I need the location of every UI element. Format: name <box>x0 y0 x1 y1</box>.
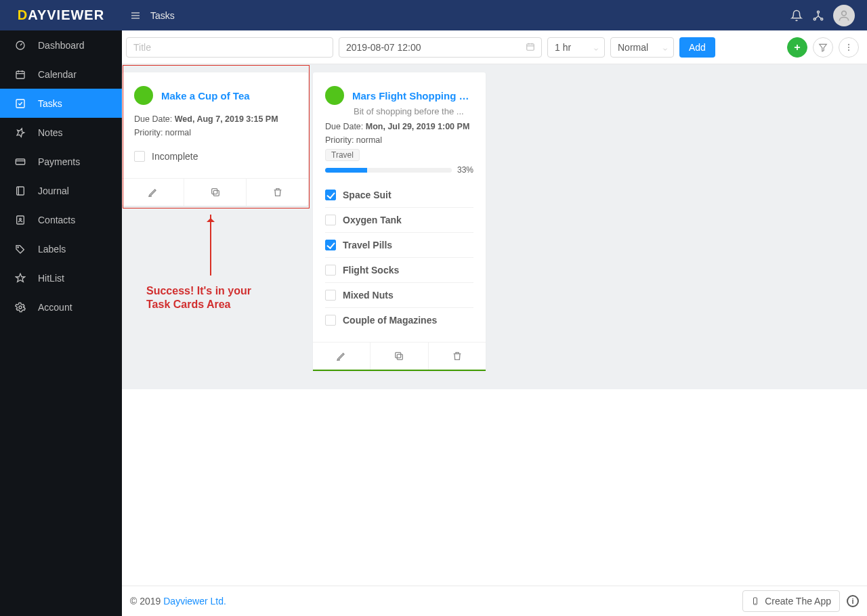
svg-rect-32 <box>213 190 219 196</box>
add-button[interactable]: Add <box>679 37 715 58</box>
due-date-line: Due Date: Wed, Aug 7, 2019 3:15 PM <box>122 112 308 125</box>
priority-line: Priority: normal <box>122 125 308 144</box>
contacts-icon <box>15 215 26 225</box>
checklist-item[interactable]: Flight Socks <box>325 258 473 283</box>
incomplete-row[interactable]: Incomplete <box>134 148 296 169</box>
copyright: © 2019 Dayviewer Ltd. <box>130 596 226 607</box>
task-card: Make a Cup of Tea Due Date: Wed, Aug 7, … <box>122 72 308 206</box>
title-input[interactable] <box>126 37 333 58</box>
checklist-label: Couple of Magazines <box>343 315 437 326</box>
menu-icon[interactable] <box>129 9 142 22</box>
svg-point-3 <box>818 11 820 13</box>
logo-prefix: D <box>18 7 28 23</box>
sidebar-item-label: Dashboard <box>38 40 85 51</box>
sidebar-item-payments[interactable]: Payments <box>0 147 122 176</box>
checklist-label: Space Suit <box>343 190 392 200</box>
annotation-text: Success! It's in yourTask Cards Area <box>146 284 251 311</box>
svg-marker-27 <box>820 44 827 51</box>
chevron-down-icon <box>662 44 669 55</box>
delete-button[interactable] <box>246 179 308 206</box>
checklist-label: Mixed Nuts <box>343 290 394 301</box>
checklist-label: Oxygen Tank <box>343 215 402 225</box>
sidebar-item-account[interactable]: Account <box>0 292 122 322</box>
sidebar-item-hitlist[interactable]: HitList <box>0 263 122 292</box>
sidebar-item-dashboard[interactable]: Dashboard <box>0 30 122 60</box>
logo[interactable]: DAYVIEWER <box>0 0 122 30</box>
svg-rect-13 <box>16 159 24 164</box>
sidebar-item-notes[interactable]: Notes <box>0 118 122 147</box>
incomplete-label: Incomplete <box>152 151 198 162</box>
tag-travel[interactable]: Travel <box>325 149 360 161</box>
task-cards-area: Make a Cup of Tea Due Date: Wed, Aug 7, … <box>122 64 867 389</box>
add-fab-button[interactable] <box>787 37 807 58</box>
checkbox[interactable] <box>325 315 336 326</box>
copy-button[interactable] <box>184 179 246 206</box>
info-icon[interactable]: i <box>847 595 859 607</box>
svg-rect-12 <box>16 100 24 108</box>
date-input[interactable] <box>339 37 542 58</box>
annotation-arrow <box>210 215 211 276</box>
calendar-icon <box>526 42 535 53</box>
new-task-toolbar: Add <box>122 30 867 64</box>
svg-rect-36 <box>396 353 401 358</box>
task-description: Bit of shopping before the ... <box>313 106 486 119</box>
sidebar-item-labels[interactable]: Labels <box>0 234 122 263</box>
sidebar-item-label: Calendar <box>38 69 77 80</box>
sidebar-item-calendar[interactable]: Calendar <box>0 60 122 89</box>
svg-point-6 <box>842 11 847 16</box>
due-date-line: Due Date: Mon, Jul 29, 2019 1:00 PM <box>313 119 486 133</box>
checklist-label: Travel Pills <box>343 240 392 250</box>
avatar[interactable] <box>833 5 855 26</box>
sidebar-item-tasks[interactable]: Tasks <box>0 89 122 118</box>
filter-button[interactable] <box>813 37 833 58</box>
sidebar: Dashboard Calendar Tasks Notes Payments … <box>0 30 122 616</box>
sidebar-item-label: Account <box>38 302 72 313</box>
checkbox[interactable] <box>325 240 336 250</box>
sidebar-item-journal[interactable]: Journal <box>0 176 122 205</box>
task-title[interactable]: Make a Cup of Tea <box>161 90 250 102</box>
edit-button[interactable] <box>313 343 370 370</box>
svg-rect-8 <box>16 71 24 79</box>
gear-icon <box>15 302 26 313</box>
checkbox[interactable] <box>325 190 336 200</box>
svg-point-18 <box>20 218 22 220</box>
copy-button[interactable] <box>370 343 427 370</box>
breadcrumb: Tasks <box>150 10 175 21</box>
create-app-button[interactable]: Create The App <box>742 590 840 612</box>
svg-rect-21 <box>527 43 534 49</box>
svg-rect-35 <box>398 354 403 359</box>
task-title[interactable]: Mars Flight Shopping … <box>352 90 469 102</box>
svg-rect-33 <box>211 189 217 194</box>
bell-icon[interactable] <box>790 9 803 22</box>
checkbox[interactable] <box>134 151 145 162</box>
status-dot <box>325 86 344 105</box>
checklist-item[interactable]: Travel Pills <box>325 233 473 258</box>
edit-button[interactable] <box>122 179 184 206</box>
checklist-label: Flight Socks <box>343 265 399 276</box>
tag-icon <box>15 244 26 255</box>
checkbox[interactable] <box>325 265 336 276</box>
footer-link[interactable]: Dayviewer Ltd. <box>163 596 226 607</box>
checkbox[interactable] <box>325 290 336 301</box>
checklist-item[interactable]: Oxygen Tank <box>325 208 473 233</box>
sidebar-item-contacts[interactable]: Contacts <box>0 205 122 234</box>
svg-point-20 <box>19 306 22 309</box>
checklist-item[interactable]: Mixed Nuts <box>325 283 473 308</box>
sidebar-item-label: Labels <box>38 244 66 255</box>
delete-button[interactable] <box>428 343 486 370</box>
status-dot <box>134 86 153 105</box>
more-menu-button[interactable] <box>839 37 859 58</box>
checklist-item[interactable]: Space Suit <box>325 183 473 208</box>
share-icon[interactable] <box>811 9 825 22</box>
sidebar-item-label: HitList <box>38 273 64 284</box>
sidebar-item-label: Payments <box>38 156 80 167</box>
footer: © 2019 Dayviewer Ltd. Create The App i <box>122 586 867 616</box>
priority-line: Priority: normal <box>313 133 486 146</box>
calendar-icon <box>15 69 26 80</box>
pin-icon <box>15 127 26 138</box>
svg-point-30 <box>848 49 849 51</box>
checklist-item[interactable]: Couple of Magazines <box>325 308 473 332</box>
checkbox[interactable] <box>325 215 336 225</box>
sidebar-item-label: Tasks <box>38 98 62 109</box>
tasks-icon <box>15 98 26 109</box>
